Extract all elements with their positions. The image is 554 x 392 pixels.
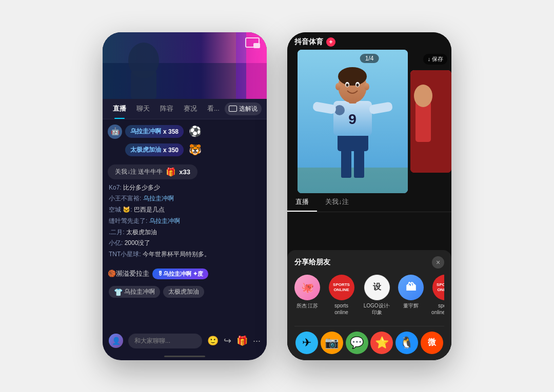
tab-live[interactable]: 直播	[108, 98, 131, 119]
contact-name-0: 所杰 江苏	[296, 302, 319, 309]
banner-pill-1: 乌拉圭冲啊 x 358	[125, 125, 184, 138]
chat-input[interactable]: 和大家聊聊...	[128, 334, 202, 348]
tab-match[interactable]: 赛况	[179, 98, 202, 119]
banner-pill-2: 太极虎加油 x 350	[125, 143, 184, 156]
video-scene	[103, 32, 267, 99]
pip-icon[interactable]	[245, 37, 260, 48]
image-gallery: 1/4 ↓ 保存	[287, 50, 451, 193]
hot-tag-1[interactable]: 太极虎加油	[163, 286, 204, 298]
share-contact-3[interactable]: 🏔 董宇辉	[398, 275, 424, 316]
chat-area: Ko7: 比分多少多少 小王不富裕: 乌拉圭冲啊 空城 🐱: 巴西是几点 缝叶莺…	[103, 181, 267, 329]
share-sheet: 分享给朋友 × 🐙 所杰 江苏 SPORTS	[287, 250, 451, 360]
share-contact-2[interactable]: 设 LOGO设计·印象	[363, 275, 391, 316]
share-contacts-row: 🐙 所杰 江苏 SPORTS ONLINE sports online	[294, 275, 444, 320]
chat-msg-5: 小亿: 2000没了	[109, 239, 261, 247]
svg-point-26	[357, 84, 359, 87]
svg-rect-5	[236, 32, 246, 99]
svg-point-31	[414, 85, 432, 107]
avatar-robot-1: 🤖	[108, 125, 122, 139]
save-btn[interactable]: ↓ 保存	[423, 54, 447, 65]
share-title: 分享给朋友	[294, 258, 330, 267]
select-commentator-btn[interactable]: 选解说	[225, 102, 262, 115]
app-camera[interactable]: 📷	[321, 332, 343, 354]
chat-msg-2: 空城 🐱: 巴西是几点	[109, 205, 261, 214]
video-header	[103, 32, 267, 99]
contact-avatar-2: 设	[364, 275, 390, 300]
right-phone: 抖音体育 + 1/4 ↓ 保存	[287, 32, 451, 360]
contact-name-4: sports online...(24)	[431, 302, 444, 316]
follow-plus-btn[interactable]: +	[326, 37, 335, 47]
svg-point-17	[334, 105, 345, 115]
svg-point-22	[338, 67, 367, 86]
chat-msg-0: Ko7: 比分多少多少	[109, 183, 261, 192]
share-contact-0[interactable]: 🐙 所杰 江苏	[294, 275, 320, 316]
chat-msg-3: 缝叶莺先走了: 乌拉圭冲啊	[109, 217, 261, 225]
chat-msg-4: .二月: 太极虎加油	[109, 228, 261, 237]
sticker-2: 🎖乌拉圭冲啊 ✦度	[152, 269, 208, 279]
svg-rect-11	[298, 168, 408, 193]
share-header: 分享给朋友 ×	[294, 256, 444, 269]
contact-name-1: sports online	[327, 302, 355, 316]
share-contact-4[interactable]: SPORTS ONLINE sports online...(24)	[431, 275, 444, 316]
gift-banner-1: 🤖 乌拉圭冲啊 x 358 ⚽	[108, 123, 262, 140]
right-tab-live[interactable]: 直播	[287, 193, 317, 212]
app-telegram[interactable]: ✈	[295, 332, 318, 354]
svg-text:🤖: 🤖	[111, 127, 120, 136]
gift-banners: 🤖 乌拉圭冲啊 x 358 ⚽ 太极虎加油 x 350	[103, 119, 267, 162]
gift-robot-icon: ⚽	[187, 123, 203, 140]
share-contact-1[interactable]: SPORTS ONLINE sports online	[327, 275, 355, 316]
contact-avatar-1: SPORTS ONLINE	[329, 275, 354, 300]
left-phone: 直播 聊天 阵容 赛况 看... 选解说	[103, 32, 267, 360]
scroll-indicator	[164, 356, 205, 357]
svg-rect-3	[131, 71, 156, 99]
tab-chat[interactable]: 聊天	[131, 98, 155, 119]
more-btn[interactable]: ···	[253, 336, 261, 346]
svg-text:⚽: ⚽	[189, 125, 202, 137]
share-btn[interactable]: ↪	[224, 335, 231, 346]
right-tabs-bar: 直播 关我↓注	[287, 193, 451, 212]
side-player-svg	[410, 70, 451, 173]
gallery-counter: 1/4	[360, 54, 379, 63]
chat-msg-1: 小王不富裕: 乌拉圭冲啊	[109, 194, 261, 203]
chat-msg-6: TNT小星球: 今年世界杯平局特别多。	[109, 250, 261, 259]
sticker-1: 🏀瀕溢爱拉圭	[108, 269, 149, 278]
follow-banner[interactable]: 关我↓注 送牛牛牛 🎁 x33	[108, 164, 197, 179]
svg-point-25	[346, 84, 349, 87]
svg-point-27	[335, 83, 341, 90]
channel-name: 抖音体育	[294, 37, 323, 47]
side-player-image	[410, 70, 451, 173]
svg-text:9: 9	[348, 111, 357, 127]
gift-tiger-icon: 🐯	[187, 142, 203, 158]
svg-rect-12	[341, 147, 351, 178]
tv-icon	[229, 106, 237, 112]
contact-avatar-4: SPORTS ONLINE	[432, 275, 445, 300]
user-avatar: 👤	[109, 334, 123, 348]
svg-point-28	[364, 83, 369, 90]
player-bg-svg: 9	[298, 50, 408, 193]
app-favorites[interactable]: ⭐	[370, 332, 393, 354]
svg-text:🐯: 🐯	[189, 143, 202, 156]
tab-watch[interactable]: 看...	[202, 98, 225, 119]
main-player-image: 9	[298, 50, 408, 193]
app-container: 直播 聊天 阵容 赛况 看... 选解说	[103, 32, 451, 360]
tabs-bar: 直播 聊天 阵容 赛况 看... 选解说	[103, 99, 267, 119]
gift-banner-2: 太极虎加油 x 350 🐯	[108, 142, 262, 158]
app-qq[interactable]: 🐧	[395, 332, 418, 354]
hot-tag-0[interactable]: 👕 乌拉圭冲啊	[109, 286, 160, 298]
floating-stickers: 🏀瀕溢爱拉圭 🎖乌拉圭冲啊 ✦度	[103, 263, 267, 284]
hot-tags: 👕 乌拉圭冲啊 太极虎加油	[103, 284, 267, 301]
app-weibo[interactable]: 微	[421, 332, 443, 354]
svg-rect-13	[354, 147, 364, 178]
bottom-bar: 👤 和大家聊聊... 🙂 ↪ 🎁 ···	[103, 329, 267, 356]
share-close-btn[interactable]: ×	[432, 256, 444, 269]
tab-lineup[interactable]: 阵容	[155, 98, 179, 119]
gift-icon: 🎁	[166, 167, 176, 177]
right-tab-follow[interactable]: 关我↓注	[317, 193, 357, 212]
top-bar: 抖音体育 +	[287, 32, 451, 50]
contact-name-3: 董宇辉	[403, 302, 419, 309]
contact-avatar-3: 🏔	[398, 275, 424, 300]
gift-btn[interactable]: 🎁	[236, 335, 248, 346]
emoji-btn[interactable]: 🙂	[207, 335, 219, 346]
app-wechat[interactable]: 💬	[346, 332, 368, 354]
contact-name-2: LOGO设计·印象	[363, 302, 391, 316]
